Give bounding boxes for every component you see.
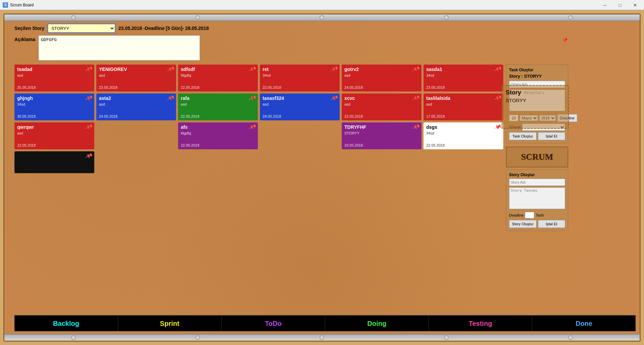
task-card[interactable]: 📌 qwrqwr asd 22.05.2018 (14, 122, 94, 149)
tab-backlog[interactable]: Backlog (14, 316, 118, 331)
cork-outer: Seçilen Story STORYY 23.05.2018 -Deadlin… (3, 13, 641, 342)
story-iptal-button[interactable]: İptal Et (538, 220, 566, 228)
card-sub: asd (17, 73, 92, 77)
title-bar-buttons: ─ □ ✕ (597, 0, 643, 10)
tarih-label: Tarih (536, 213, 544, 217)
card-title: xcvc (344, 95, 412, 101)
card-date: 24.05.2018 (344, 85, 363, 89)
pin-icon: 📌 (166, 65, 175, 73)
desc-textarea[interactable] (38, 35, 200, 61)
pin-icon: 📌 (84, 65, 93, 73)
card-date: 30.05.2018 (17, 114, 36, 118)
pin-icon: 📌 (248, 94, 257, 102)
card-column-2: 📌 YENIGOREV asd 23.05.2018 📌 asta2 asd 2… (96, 65, 176, 315)
tab-backlog-label: Backlog (53, 320, 79, 328)
card-title: tasasf324 (263, 95, 330, 101)
card-date: 22.05.2018 (181, 114, 199, 118)
story-deadline-input[interactable] (525, 212, 534, 219)
task-card[interactable]: 📌 dsgs 34sd 22.05.2018 (423, 122, 503, 149)
close-button[interactable]: ✕ (628, 0, 643, 10)
card-date: 24.05.2018 (263, 114, 281, 118)
task-card[interactable]: 📌 tsadad asd 25.05.2018 (14, 65, 94, 91)
story-label: Seçilen Story (14, 26, 44, 31)
task-card[interactable]: 📌 ret 34sd 22.05.2018 (260, 65, 340, 91)
tab-sprint[interactable]: Sprint (118, 316, 222, 331)
card-sub: asd (99, 102, 173, 106)
task-panel-story-name: Story : STORYY (509, 74, 565, 79)
card-sub: 34sd (263, 73, 337, 77)
pin-icon: 📌 (248, 65, 257, 73)
story-tanimi-textarea[interactable] (509, 187, 565, 209)
task-card[interactable]: 📌 xcvc asd 22.05.2018 (342, 93, 421, 120)
task-card[interactable]: 📌 sasda1 34sd 23.05.2018 (423, 65, 503, 91)
tab-sprint-label: Sprint (160, 320, 179, 328)
card-date: 22.05.2018 (263, 85, 281, 89)
bolt-bottom-left (71, 335, 76, 340)
pin-icon: 📌 (84, 152, 93, 160)
task-card[interactable]: 📌 YENIGOREV asd 23.05.2018 (96, 65, 176, 91)
pin-icon: 📌 (412, 94, 420, 102)
card-sub: fdgdfg (181, 131, 255, 135)
tab-todo-label: ToDo (265, 320, 282, 328)
card-sub: asd (99, 73, 173, 77)
card-title: asta2 (99, 95, 167, 101)
card-date: 24.05.2018 (99, 114, 117, 118)
left-controls: Seçilen Story STORYY 23.05.2018 -Deadlin… (14, 24, 568, 62)
card-date: 23.05.2018 (99, 85, 117, 89)
pin-icon: 📌 (248, 123, 257, 131)
card-column-1: 📌 tsadad asd 25.05.2018 📌 ghjngh 34sd 30… (14, 65, 94, 315)
task-card[interactable]: 📌 taslilalsida asd 17.05.2018 (423, 93, 503, 120)
card-title: TDRYFHF (344, 124, 412, 130)
tab-todo[interactable]: ToDo (222, 316, 325, 331)
story-date-row: Deadline Tarih (509, 212, 565, 219)
card-title: ret (263, 67, 330, 72)
scrum-logo-area: SCRUM (506, 147, 568, 167)
card-sub: asd (17, 131, 92, 135)
card-title: qwrqwr (17, 124, 85, 130)
deadline-label: Deadline (509, 213, 523, 217)
tab-testing-label: Testing (469, 320, 492, 328)
card-sub: 34sd (426, 131, 501, 135)
task-card[interactable]: 📌 (14, 151, 94, 173)
task-olustur-button[interactable]: Task Oluştur (509, 132, 537, 140)
task-iptal-button[interactable]: İptal Et (538, 132, 566, 140)
bolt-top-left (71, 15, 76, 20)
story-row: Seçilen Story STORYY 23.05.2018 -Deadlin… (14, 24, 568, 33)
story-card-title: Story (506, 89, 565, 96)
tab-bar: Backlog Sprint ToDo Doing Testing Done (14, 315, 636, 331)
tab-testing[interactable]: Testing (429, 316, 533, 331)
title-bar-text: Scrum Board (10, 3, 34, 7)
pin-icon: 📌 (494, 94, 502, 102)
story-btn-row: Story Oluştur İptal Et (509, 220, 565, 228)
task-card[interactable]: 📌 asta2 asd 24.05.2018 (96, 93, 176, 120)
card-sub: 34sd (426, 73, 501, 77)
card-sub: asd (344, 102, 419, 106)
desc-pin-icon: 📌 (561, 35, 568, 43)
tab-doing[interactable]: Doing (325, 316, 429, 331)
card-sub: fdgdfg (181, 73, 255, 77)
minimize-button[interactable]: ─ (597, 0, 612, 10)
card-date: 22.05.2018 (181, 143, 199, 147)
story-olustur-button[interactable]: Story Oluştur (509, 220, 537, 228)
card-column-4: 📌 ret 34sd 22.05.2018 📌 tasasf324 asd 24… (260, 65, 340, 315)
card-column-6: 📌 sasda1 34sd 23.05.2018 📌 taslilalsida … (423, 65, 503, 315)
card-title: dsgs (426, 124, 494, 130)
tab-done[interactable]: Done (532, 316, 636, 331)
story-select[interactable]: STORYY (48, 24, 115, 33)
pin-icon: 📌 (494, 123, 502, 131)
bolt-top-center-right (444, 15, 449, 20)
task-card[interactable]: 📌 gotrv2 asd 24.05.2018 (342, 65, 421, 91)
task-card[interactable]: 📌 ghjngh 34sd 30.05.2018 (14, 93, 94, 120)
card-sub: STORYY (344, 131, 419, 135)
task-card[interactable]: 📌 tasasf324 asd 24.05.2018 (260, 93, 340, 120)
task-card[interactable]: 📌 rafa asd 22.05.2018 (178, 93, 258, 120)
maximize-button[interactable]: □ (612, 0, 628, 10)
card-column-5: 📌 gotrv2 asd 24.05.2018 📌 xcvc asd 22.05… (342, 65, 421, 315)
card-date: 22.05.2018 (181, 85, 199, 89)
task-card[interactable]: 📌 sdfsdf fdgdfg 22.05.2018 (178, 65, 258, 91)
story-adi-input[interactable] (509, 179, 565, 186)
task-card[interactable]: 📌 afs fdgdfg 22.05.2018 (178, 122, 258, 149)
task-card[interactable]: 📌 TDRYFHF STORYY 10.05.2018 (342, 122, 421, 149)
bolt-bottom-center (319, 335, 324, 340)
desc-label: Açıklama (14, 37, 35, 42)
